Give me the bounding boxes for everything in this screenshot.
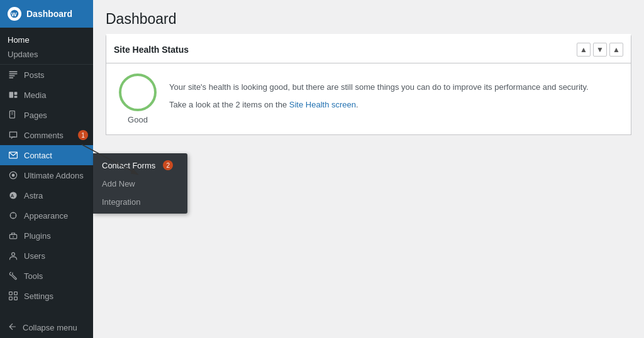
contact-icon — [8, 150, 19, 161]
health-desc-text: Your site's health is looking good, but … — [169, 81, 618, 94]
svg-point-14 — [12, 174, 15, 177]
health-cta: Take a look at the 2 items on the Site H… — [169, 99, 618, 112]
sidebar-item-home[interactable]: Home — [0, 33, 93, 47]
posts-icon — [8, 69, 19, 80]
svg-rect-9 — [9, 111, 14, 118]
tools-icon — [8, 270, 19, 281]
submenu-item-add-new[interactable]: Add New — [93, 175, 187, 193]
sidebar-nav: Posts Media Pages Comments 1 Conta — [0, 65, 93, 306]
svg-rect-7 — [14, 92, 18, 95]
sidebar: W Dashboard Home Updates Posts Media Pag… — [0, 0, 93, 338]
widget-body: Good Your site's health is looking good,… — [106, 63, 631, 134]
sidebar-item-users[interactable]: Users — [0, 246, 93, 266]
settings-icon — [8, 290, 19, 302]
health-description: Your site's health is looking good, but … — [169, 81, 618, 117]
svg-text:W: W — [11, 11, 17, 18]
plugins-icon — [8, 230, 19, 241]
comments-badge: 1 — [78, 130, 88, 140]
svg-rect-4 — [9, 75, 15, 77]
pages-icon — [8, 109, 19, 121]
svg-rect-21 — [14, 292, 18, 295]
sidebar-item-contact[interactable]: Contact — [0, 145, 93, 165]
submenu-item-contact-forms[interactable]: Contact Forms 2 — [93, 156, 187, 175]
svg-rect-5 — [9, 77, 13, 79]
page-title: Dashboard — [106, 10, 631, 29]
collapse-icon — [8, 322, 18, 334]
users-icon — [8, 250, 19, 261]
ultimate-icon — [8, 170, 19, 181]
health-status-label: Good — [128, 115, 148, 124]
collapse-menu-button[interactable]: Collapse menu — [0, 317, 93, 338]
submenu-item-integration[interactable]: Integration — [93, 193, 187, 211]
sidebar-header: W Dashboard — [0, 0, 93, 28]
sidebar-title: Dashboard — [26, 9, 72, 19]
sidebar-item-updates[interactable]: Updates — [0, 47, 93, 62]
health-ring — [119, 74, 157, 111]
comments-icon — [8, 129, 19, 141]
svg-text:A: A — [11, 193, 14, 199]
astra-icon: A — [8, 190, 19, 201]
sidebar-item-tools[interactable]: Tools — [0, 266, 93, 286]
sidebar-item-plugins[interactable]: Plugins — [0, 226, 93, 246]
widget-down-button[interactable]: ▼ — [593, 43, 607, 57]
sidebar-top-section: Home Updates — [0, 28, 93, 65]
appearance-icon — [8, 210, 19, 221]
svg-rect-20 — [9, 292, 13, 295]
widget-header: Site Health Status ▲ ▼ ▲ — [106, 36, 631, 63]
sidebar-item-appearance[interactable]: Appearance — [0, 205, 93, 226]
sidebar-item-comments[interactable]: Comments 1 — [0, 125, 93, 145]
wordpress-icon: W — [8, 7, 21, 21]
sidebar-item-settings[interactable]: Settings — [0, 286, 93, 306]
sidebar-item-media[interactable]: Media — [0, 85, 93, 105]
contact-forms-badge: 2 — [163, 160, 173, 170]
svg-rect-6 — [9, 92, 13, 98]
widget-controls: ▲ ▼ ▲ — [577, 43, 623, 57]
svg-point-19 — [12, 253, 15, 256]
sidebar-item-astra[interactable]: A Astra — [0, 185, 93, 205]
svg-rect-22 — [9, 297, 13, 300]
health-indicator: Good — [119, 74, 157, 124]
svg-rect-8 — [14, 96, 18, 98]
sidebar-item-ultimate-addons[interactable]: Ultimate Addons — [0, 165, 93, 185]
widget-up-button[interactable]: ▲ — [577, 43, 591, 57]
contact-submenu: Contact Forms 2 Add New Integration — [93, 153, 187, 214]
main-header: Dashboard — [93, 0, 644, 34]
svg-rect-23 — [14, 297, 18, 300]
site-health-link[interactable]: Site Health screen — [289, 100, 356, 109]
sidebar-item-pages[interactable]: Pages — [0, 105, 93, 125]
svg-rect-3 — [9, 74, 18, 75]
svg-rect-11 — [11, 114, 13, 114]
svg-rect-2 — [9, 71, 18, 72]
media-icon — [8, 89, 19, 101]
svg-rect-10 — [11, 112, 13, 113]
sidebar-item-posts[interactable]: Posts — [0, 65, 93, 85]
site-health-widget: Site Health Status ▲ ▼ ▲ Good Your site'… — [106, 34, 631, 135]
widget-minimize-button[interactable]: ▲ — [609, 43, 623, 57]
widget-title: Site Health Status — [114, 45, 189, 55]
